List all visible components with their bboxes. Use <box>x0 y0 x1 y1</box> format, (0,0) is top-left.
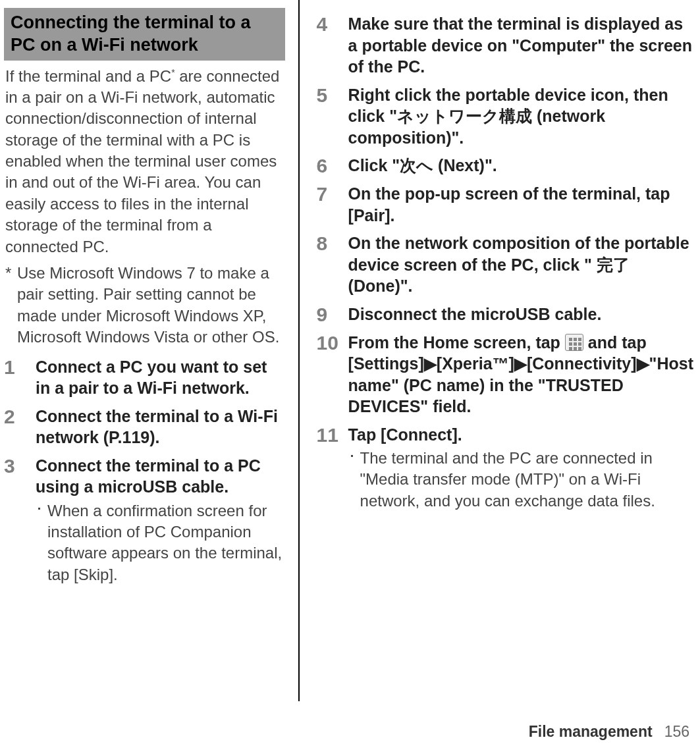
step-title: Connect the terminal to a PC using a mic… <box>36 455 285 498</box>
step-10: 10 From the Home screen, tap and tap [Se… <box>317 332 693 417</box>
step-number: 2 <box>4 406 36 448</box>
step-5: 5 Right click the portable device icon, … <box>317 84 693 149</box>
step-sub-text: When a confirmation screen for installat… <box>47 500 285 586</box>
left-column: Connecting the terminal to a PC on a Wi-… <box>0 0 300 701</box>
step-number: 4 <box>317 13 348 78</box>
step-6: 6 Click "次へ (Next)". <box>317 155 693 176</box>
intro-text-before: If the terminal and a PC <box>5 67 171 85</box>
footnote-marker: * <box>5 263 17 348</box>
step-title: Right click the portable device icon, th… <box>348 84 693 149</box>
footnote-text: Use Microsoft Windows 7 to make a pair s… <box>17 263 284 348</box>
step-number: 10 <box>317 332 348 417</box>
step-1: 1 Connect a PC you want to set in a pair… <box>4 356 285 399</box>
apps-grid-icon <box>565 334 583 351</box>
step-title: Connect a PC you want to set in a pair t… <box>36 356 285 399</box>
step-number: 1 <box>4 356 36 399</box>
footer-section: File management <box>529 723 653 740</box>
step-title: Make sure that the terminal is displayed… <box>348 13 693 78</box>
step-3: 3 Connect the terminal to a PC using a m… <box>4 455 285 586</box>
step-number: 11 <box>317 424 348 512</box>
step-title: Click "次へ (Next)". <box>348 155 693 176</box>
section-title: Connecting the terminal to a PC on a Wi-… <box>11 12 279 57</box>
step-title: Connect the terminal to a Wi-Fi network … <box>36 406 285 448</box>
bullet-icon: ･ <box>348 448 360 512</box>
step-title: Disconnect the microUSB cable. <box>348 304 693 325</box>
bullet-icon: ･ <box>36 500 47 586</box>
step-number: 3 <box>4 455 36 586</box>
step-title-pre: From the Home screen, tap <box>348 333 565 352</box>
intro-paragraph: If the terminal and a PC* are connected … <box>5 66 284 258</box>
step-number: 9 <box>317 304 348 325</box>
step-sub-text: The terminal and the PC are connected in… <box>360 448 693 512</box>
step-title: Tap [Connect]. <box>348 424 693 446</box>
step-number: 7 <box>317 183 348 226</box>
step-number: 5 <box>317 84 348 149</box>
step-title: On the network composition of the portab… <box>348 232 693 297</box>
step-number: 8 <box>317 232 348 297</box>
page-number: 156 <box>664 723 689 740</box>
step-11: 11 Tap [Connect]. ･ The terminal and the… <box>317 424 693 512</box>
step-sub: ･ The terminal and the PC are connected … <box>348 448 693 512</box>
intro-text-after: are connected in a pair on a Wi-Fi netwo… <box>5 67 279 255</box>
right-column: 4 Make sure that the terminal is display… <box>300 0 700 701</box>
step-8: 8 On the network composition of the port… <box>317 232 693 297</box>
step-4: 4 Make sure that the terminal is display… <box>317 13 693 78</box>
step-number: 6 <box>317 155 348 176</box>
step-title: On the pop-up screen of the terminal, ta… <box>348 183 693 226</box>
step-title: From the Home screen, tap and tap [Setti… <box>348 332 693 417</box>
step-2: 2 Connect the terminal to a Wi-Fi networ… <box>4 406 285 448</box>
page-footer: File management156 <box>529 723 689 741</box>
footnote: * Use Microsoft Windows 7 to make a pair… <box>5 263 284 348</box>
step-sub: ･ When a confirmation screen for install… <box>36 500 285 586</box>
step-7: 7 On the pop-up screen of the terminal, … <box>317 183 693 226</box>
step-9: 9 Disconnect the microUSB cable. <box>317 304 693 325</box>
section-header: Connecting the terminal to a PC on a Wi-… <box>4 8 285 61</box>
